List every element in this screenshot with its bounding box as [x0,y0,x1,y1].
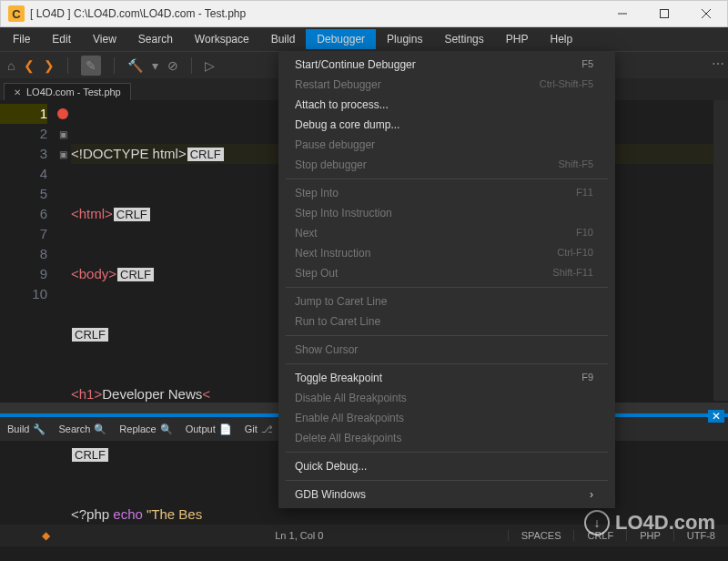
menu-item-label: Run to Caret Line [295,315,380,328]
status-diamond-icon[interactable]: ◆ [42,529,50,542]
tab-close-icon[interactable]: ✕ [14,87,21,97]
menu-item[interactable]: Toggle BreakpointF9 [278,368,615,388]
panel-tab-git[interactable]: Git⎇ [245,423,273,435]
line-number[interactable]: 7 [0,224,47,244]
panel-tab-search[interactable]: Search🔍 [58,423,106,435]
breakpoint-icon[interactable] [55,104,71,124]
menu-item-label: Delete All Breakpoints [295,432,401,444]
menu-item: Step Into Instruction [278,203,615,223]
watermark: ↓ LO4D.com [584,510,715,536]
output-icon: 📄 [219,423,232,435]
menu-item-label: Quick Debug... [295,460,367,473]
panel-tab-replace[interactable]: Replace🔍 [119,423,172,435]
fold-toggle-icon[interactable]: ▣ [55,144,71,164]
search-icon: 🔍 [94,423,106,435]
menu-item-label: Next [295,227,318,240]
menu-build[interactable]: Build [260,29,307,49]
menu-item[interactable]: GDB Windows› [278,484,615,505]
menu-item-label: Debug a core dump... [295,118,399,131]
submenu-arrow-icon: › [590,488,593,501]
forward-icon[interactable]: ❯ [44,58,55,73]
panel-tab-output[interactable]: Output📄 [186,423,232,435]
menu-item[interactable]: Debug a core dump... [278,115,615,135]
menu-item: Next InstructionCtrl-F10 [278,243,615,263]
menu-item: Restart DebuggerCtrl-Shift-F5 [278,75,615,95]
menu-php[interactable]: PHP [495,29,540,49]
toolbar-separator [114,57,115,74]
menu-item: NextF10 [278,223,615,243]
menu-item-label: Step Into [295,187,339,199]
menu-help[interactable]: Help [539,29,583,49]
line-number[interactable]: 3 [0,144,47,164]
overflow-icon[interactable]: ⋯ [712,56,724,71]
menu-item-label: Toggle Breakpoint [295,372,382,384]
menu-item-label: Disable All Breakpoints [295,392,407,404]
maximize-icon [660,9,669,18]
fold-column: ▣ ▣ [55,100,71,401]
menu-item-label: Step Out [295,267,338,280]
minimize-icon [618,9,627,18]
menu-workspace[interactable]: Workspace [184,29,260,49]
edit-icon[interactable]: ✎ [81,56,101,76]
line-number[interactable]: 10 [0,284,47,304]
menu-shortcut: F10 [576,227,593,240]
window-titlebar: C [ LO4D ] C:\LO4D.com\LO4D.com - Test.p… [0,0,728,27]
line-number[interactable]: 5 [0,184,47,204]
menu-item-label: Stop debugger [295,158,367,171]
app-icon: C [8,5,25,22]
menu-item: Enable All Breakpoints [278,408,615,428]
indent-mode[interactable]: SPACES [508,530,574,541]
dropdown-icon[interactable]: ▾ [152,58,158,73]
menu-item: Step IntoF11 [278,183,615,203]
menu-item-label: Pause debugger [295,138,375,151]
fold-toggle-icon[interactable]: ▣ [55,124,71,144]
minimize-button[interactable] [602,0,643,27]
menu-item[interactable]: Quick Debug... [278,456,615,476]
menu-file[interactable]: File [2,29,41,49]
toolbar-separator [67,57,68,74]
menu-item: Jump to Caret Line [278,291,615,311]
menu-item[interactable]: Attach to process... [278,95,615,115]
minimap-sidebar[interactable] [713,100,728,401]
tab-label: LO4D.com - Test.php [26,87,121,97]
replace-icon: 🔍 [160,423,173,435]
line-number[interactable]: 4 [0,164,47,184]
close-button[interactable] [685,0,727,27]
panel-tab-build[interactable]: Build🔧 [7,423,46,435]
menu-item-label: GDB Windows [295,488,366,501]
menu-debugger[interactable]: Debugger [306,29,376,49]
debugger-menu-dropdown: Start/Continue DebuggerF5Restart Debugge… [278,51,615,508]
gutter: 1 2 3 4 5 6 7 8 9 10 [0,100,55,401]
maximize-button[interactable] [643,0,685,27]
menu-search[interactable]: Search [127,29,184,49]
menu-item-label: Enable All Breakpoints [295,412,404,424]
menu-shortcut: Shift-F11 [552,267,593,280]
line-number[interactable]: 9 [0,264,47,284]
menu-shortcut: F11 [576,187,593,199]
editor-tab[interactable]: ✕ LO4D.com - Test.php [4,83,131,100]
menu-item: Run to Caret Line [278,311,615,332]
panel-close-icon[interactable]: ✕ [708,410,724,423]
line-number[interactable]: 8 [0,244,47,264]
menubar: File Edit View Search Workspace Build De… [0,27,728,51]
back-icon[interactable]: ❮ [24,58,35,73]
line-number[interactable]: 6 [0,204,47,224]
run-icon[interactable]: ▷ [205,58,215,73]
menu-item[interactable]: Start/Continue DebuggerF5 [278,55,615,75]
menu-shortcut: Ctrl-Shift-F5 [540,78,593,91]
menu-separator [286,480,608,481]
stop-icon[interactable]: ⊘ [167,58,178,73]
menu-item: Delete All Breakpoints [278,428,615,448]
menu-plugins[interactable]: Plugins [376,29,433,49]
line-number[interactable]: 2 [0,124,47,144]
line-number[interactable]: 1 [0,104,47,124]
cursor-position[interactable]: Ln 1, Col 0 [91,530,508,541]
menu-separator [286,335,608,336]
menu-edit[interactable]: Edit [41,29,82,49]
menu-item-label: Restart Debugger [295,78,381,91]
menu-settings[interactable]: Settings [433,29,494,49]
home-icon[interactable]: ⌂ [7,58,15,73]
hammer-icon[interactable]: 🔨 [127,58,143,73]
menu-shortcut: F9 [581,372,593,384]
menu-view[interactable]: View [82,29,127,49]
